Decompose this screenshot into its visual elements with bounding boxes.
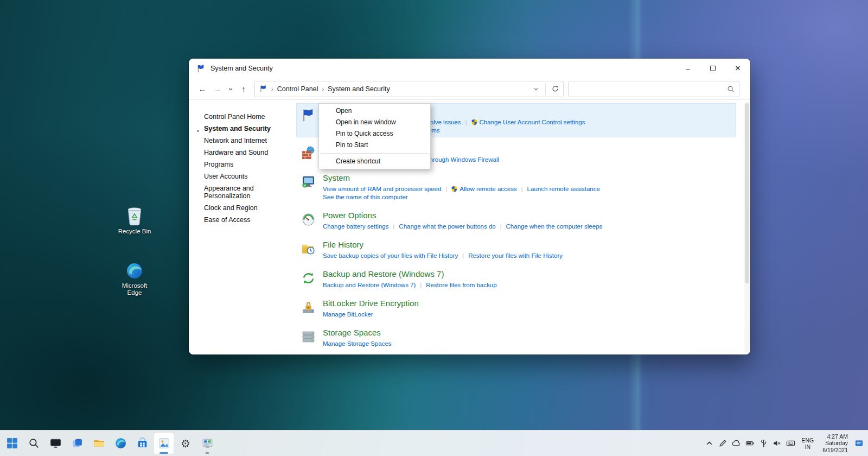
link-backup-and-restore-windows-7[interactable]: Backup and Restore (Windows 7) (323, 281, 416, 289)
control-panel-window: System and Security – × ← → ↑ (189, 59, 750, 354)
storage-spaces-icon[interactable] (301, 328, 323, 348)
titlebar[interactable]: System and Security – × (189, 59, 750, 78)
link-manage-storage-spaces[interactable]: Manage Storage Spaces (323, 340, 392, 348)
breadcrumb-chevron-icon: › (271, 86, 273, 92)
start-button[interactable] (2, 433, 22, 454)
store-button[interactable] (132, 433, 152, 454)
sidebar-item-control-panel-home[interactable]: Control Panel Home (204, 113, 281, 121)
close-button[interactable]: × (725, 59, 750, 78)
breadcrumb-system-and-security[interactable]: System and Security (328, 85, 390, 93)
category-body: Power OptionsChange battery settings|Cha… (323, 211, 602, 231)
context-menu-item-pin-to-start[interactable]: Pin to Start (319, 140, 430, 151)
search-input[interactable] (573, 85, 727, 93)
file-history-icon[interactable] (301, 240, 323, 260)
control-panel-icon (259, 85, 267, 93)
context-menu-item-create-shortcut[interactable]: Create shortcut (319, 156, 430, 167)
photos-app-button[interactable] (154, 433, 174, 454)
search-box[interactable] (568, 81, 739, 97)
category-title-bitlocker-drive-encryption[interactable]: BitLocker Drive Encryption (323, 299, 419, 308)
vertical-scrollbar[interactable] (744, 102, 750, 352)
desktop-icon-recycle-bin[interactable]: Recycle Bin (115, 205, 154, 235)
window-title: System and Security (210, 65, 273, 72)
category-link-row: View amount of RAM and processor speed|A… (323, 185, 600, 193)
edge-button[interactable] (110, 433, 131, 454)
maximize-button[interactable] (700, 59, 725, 78)
sidebar-item-clock-and-region[interactable]: Clock and Region (204, 204, 281, 212)
cloud-icon (732, 439, 741, 448)
notification-center-button[interactable] (852, 433, 866, 454)
uac-shield-icon (471, 119, 477, 126)
sidebar-item-appearance-and-personalization[interactable]: Appearance and Personalization (204, 185, 281, 200)
system-icon[interactable] (301, 173, 323, 201)
sidebar-item-network-and-internet[interactable]: Network and Internet (204, 137, 281, 144)
context-menu-item-pin-to-quick-access[interactable]: Pin to Quick access (319, 128, 430, 140)
pen-tray[interactable] (716, 433, 730, 454)
category-title-storage-spaces[interactable]: Storage Spaces (323, 328, 392, 338)
sidebar-item-ease-of-access[interactable]: Ease of Access (204, 216, 281, 224)
language-indicator[interactable]: ENGIN (797, 437, 819, 450)
desktop-icon-microsoft-edge[interactable]: Microsoft Edge (115, 259, 154, 296)
link-manage-bitlocker[interactable]: Manage BitLocker (323, 311, 373, 319)
refresh-icon[interactable] (548, 82, 562, 96)
category-title-power-options[interactable]: Power Options (323, 211, 602, 220)
sidebar-item-hardware-and-sound[interactable]: Hardware and Sound (204, 149, 281, 156)
link-launch-remote-assistance[interactable]: Launch remote assistance (527, 185, 600, 193)
address-dropdown-chevron-icon[interactable] (529, 82, 543, 96)
link-save-backup-copies-of-your-files-with-file-history[interactable]: Save backup copies of your files with Fi… (323, 252, 458, 260)
hidden-icons-chevron[interactable] (703, 433, 716, 454)
scrollbar-thumb[interactable] (745, 103, 749, 283)
category-body: Backup and Restore (Windows 7)Backup and… (323, 269, 497, 289)
link-allow-remote-access[interactable]: Allow remote access (451, 185, 516, 193)
link-change-what-the-power-buttons-do[interactable]: Change what the power buttons do (399, 223, 495, 231)
power-options-icon[interactable] (301, 211, 323, 231)
navigation-toolbar: ← → ↑ › Control Panel › System and Secur… (189, 78, 750, 100)
sidebar-item-user-accounts[interactable]: User Accounts (204, 173, 281, 180)
bitlocker-icon[interactable] (301, 299, 323, 319)
breadcrumb-control-panel[interactable]: Control Panel (277, 85, 318, 93)
backup-restore-icon[interactable] (301, 269, 323, 289)
recent-locations-chevron-icon[interactable] (225, 81, 236, 97)
link-restore-files-from-backup[interactable]: Restore files from backup (426, 281, 496, 289)
search-icon (28, 437, 40, 449)
minimize-button[interactable]: – (675, 59, 700, 78)
address-bar[interactable]: › Control Panel › System and Security (254, 81, 564, 97)
category-title-file-history[interactable]: File History (323, 240, 563, 250)
context-menu-item-open[interactable]: Open (319, 105, 430, 117)
desktop-app-button[interactable] (45, 433, 66, 454)
link-change-battery-settings[interactable]: Change battery settings (323, 223, 388, 231)
link-see-the-name-of-this-computer[interactable]: See the name of this computer (323, 193, 408, 201)
link-change-user-account-control-settings[interactable]: Change User Account Control settings (471, 118, 585, 126)
link-restore-your-files-with-file-history[interactable]: Restore your files with File History (468, 252, 563, 260)
category-body: File HistorySave backup copies of your f… (323, 240, 563, 260)
search-button[interactable] (23, 433, 44, 454)
category-link-row: See the name of this computer (323, 193, 600, 201)
onedrive-tray[interactable] (730, 433, 743, 454)
category-title-backup-and-restore-windows-7[interactable]: Backup and Restore (Windows 7) (323, 269, 497, 279)
category-title-system[interactable]: System (323, 173, 600, 183)
category-power-options: Power OptionsChange battery settings|Cha… (296, 207, 736, 233)
up-arrow-icon[interactable]: ↑ (236, 81, 251, 97)
gear-icon: ⚙ (181, 438, 190, 449)
link-change-when-the-computer-sleeps[interactable]: Change when the computer sleeps (506, 223, 603, 231)
battery-tray[interactable] (743, 433, 757, 454)
file-explorer-button[interactable] (88, 433, 109, 454)
control-panel-app-icon (201, 437, 214, 449)
back-arrow-icon[interactable]: ← (195, 81, 210, 97)
settings-button[interactable]: ⚙ (175, 433, 196, 454)
clock[interactable]: 4:27 AMSaturday6/19/2021 (818, 433, 852, 454)
control-panel-button[interactable] (197, 433, 218, 454)
sidebar-item-programs[interactable]: Programs (204, 161, 281, 168)
context-menu-item-open-in-new-window[interactable]: Open in new window (319, 117, 430, 128)
open-app-indicator (206, 452, 209, 454)
link-separator: | (420, 281, 422, 289)
usb-tray[interactable] (757, 433, 770, 454)
link-view-amount-of-ram-and-processor-speed[interactable]: View amount of RAM and processor speed (323, 185, 441, 193)
forward-arrow-icon[interactable]: → (210, 81, 225, 97)
sidebar-item-system-and-security[interactable]: System and Security (204, 125, 281, 132)
recycle-bin-icon (115, 205, 154, 226)
volume-tray[interactable] (770, 433, 784, 454)
edge-icon (115, 259, 154, 280)
task-view-button[interactable] (67, 433, 87, 454)
clock-date: 6/19/2021 (822, 447, 848, 454)
keyboard-tray[interactable] (784, 433, 797, 454)
